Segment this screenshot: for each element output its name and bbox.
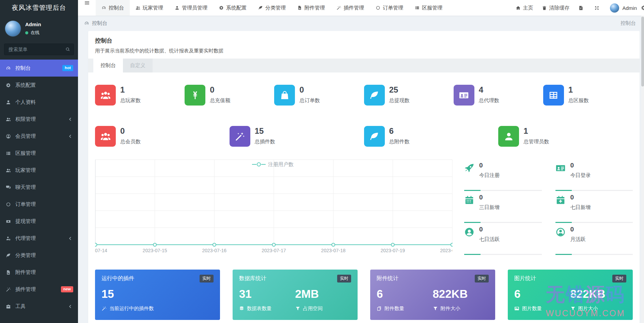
svg-text:07-14: 07-14 xyxy=(95,248,107,253)
sidebar-item[interactable]: 工具 xyxy=(0,298,78,315)
sidebar-item-label: 代理管理 xyxy=(15,235,36,242)
sidebar-item[interactable]: 代理管理 xyxy=(0,230,78,247)
user-icon xyxy=(498,126,519,147)
breadcrumb-current[interactable]: 控制台 xyxy=(92,20,107,27)
sidebar-item[interactable]: 控制台 hot xyxy=(0,60,78,77)
card-metric: 31 数据表数量 xyxy=(239,287,295,312)
sidebar-item-label: 区服管理 xyxy=(15,150,36,157)
gear-icon[interactable] xyxy=(641,5,644,11)
dashboard-panel: 控制台 用于展示当前系统中的统计数据、统计报表及重要实时数据 控制台自定义 1 … xyxy=(88,31,640,323)
main-area: 控制台 玩家管理 管理员管理 系统配置 分类管理 附件管理 xyxy=(78,0,644,323)
topbar-action[interactable]: 清除缓存 xyxy=(537,0,574,16)
metric-value: 2MB xyxy=(295,287,351,301)
search-icon[interactable] xyxy=(65,47,70,52)
stat-item: 15 总插件数 xyxy=(230,126,364,147)
gauge-icon xyxy=(84,21,89,26)
id-card-icon xyxy=(555,163,566,173)
topnav-tab[interactable]: 订单管理 xyxy=(370,0,409,16)
gear-icon xyxy=(5,83,12,88)
sidebar-item-label: 系统配置 xyxy=(15,82,36,88)
card-metrics: 6 图片数量 822KB 图片大小 xyxy=(514,287,626,312)
summary-card: 运行中的插件 实时 15 当前运行中的插件数 xyxy=(95,270,220,320)
topnav-tab[interactable]: 玩家管理 xyxy=(130,0,169,16)
sidebar-item[interactable]: 系统配置 xyxy=(0,77,78,94)
stat-label: 总插件数 xyxy=(255,139,275,145)
sidebar-item[interactable]: 附件管理 xyxy=(0,264,78,281)
sidebar-item-label: 控制台 xyxy=(15,65,31,71)
metric-value: 822KB xyxy=(570,287,627,301)
user-circle-icon xyxy=(464,227,474,237)
topnav-tab[interactable]: 系统配置 xyxy=(213,0,252,16)
sidebar-item[interactable]: 区服管理 xyxy=(0,145,78,162)
card-title: 数据库统计 xyxy=(239,275,266,282)
trash-icon xyxy=(542,5,547,11)
stat-label: 总玩家数 xyxy=(120,97,141,104)
topbar-action[interactable] xyxy=(574,0,590,16)
topbar-action[interactable]: 主页 xyxy=(511,0,537,16)
sidebar-item[interactable]: 分类管理 xyxy=(0,247,78,264)
users-icon xyxy=(5,168,12,173)
topbar-action[interactable] xyxy=(590,0,606,16)
comments-icon xyxy=(5,185,12,190)
wand-icon xyxy=(230,126,250,147)
page-subtitle: 用于展示当前系统中的统计数据、统计报表及重要实时数据 xyxy=(95,48,633,54)
card-metrics: 15 当前运行中的插件数 xyxy=(101,287,214,312)
search-input[interactable] xyxy=(4,44,74,55)
topnav-tab[interactable]: 附件管理 xyxy=(292,0,331,16)
sidebar-item[interactable]: 权限管理 xyxy=(0,111,78,128)
chevron-left-icon xyxy=(66,134,73,139)
th-list-icon xyxy=(415,5,420,10)
stat-label: 总附件数 xyxy=(389,139,410,145)
gear-icon xyxy=(219,5,224,10)
menu-search xyxy=(4,44,74,55)
user-panel: Admin 在线 xyxy=(0,16,78,41)
online-dot xyxy=(25,31,28,34)
mini-stat: 0 月活跃 xyxy=(555,223,633,255)
sidebar-item[interactable]: 订单管理 xyxy=(0,196,78,213)
mini-value: 0 xyxy=(479,194,500,201)
stat-value: 4 xyxy=(479,86,499,94)
stat-item: 0 总会员数 xyxy=(95,126,230,147)
summary-card: 数据库统计 实时 31 数据表数量 xyxy=(233,270,358,320)
metric-label: 附件大小 xyxy=(441,305,460,312)
topnav-tab[interactable]: 插件管理 xyxy=(331,0,370,16)
topnav-tab[interactable]: 管理员管理 xyxy=(169,0,213,16)
topnav-tab[interactable]: 区服管理 xyxy=(409,0,448,16)
realtime-badge: 实时 xyxy=(200,275,214,282)
sidebar-item-label: 玩家管理 xyxy=(15,167,36,174)
stat-label: 总代理数 xyxy=(479,97,499,104)
card-metric: 6 图片数量 xyxy=(514,287,570,312)
tab-label: 玩家管理 xyxy=(143,5,163,11)
panel-tab[interactable]: 自定义 xyxy=(123,59,153,72)
mini-label: 今日注册 xyxy=(479,172,500,179)
wand-icon xyxy=(336,5,341,10)
stats-row-1: 1 总玩家数 0 总充值额 0 总订单数 xyxy=(95,85,633,106)
menu-toggle-button[interactable] xyxy=(78,0,96,6)
id-card-icon xyxy=(454,85,474,106)
scrollbar[interactable] xyxy=(641,16,644,323)
calendar-plus-icon xyxy=(555,195,566,205)
scrollbar-thumb[interactable] xyxy=(641,17,644,86)
topnav-tab[interactable]: 控制台 xyxy=(96,0,130,16)
user-menu[interactable]: Admin xyxy=(606,3,641,13)
tab-label: 控制台 xyxy=(109,5,124,11)
sidebar-item[interactable]: 聊天管理 xyxy=(0,179,78,196)
stats-row-2: 0 总会员数 15 总插件数 6 总附件数 xyxy=(95,126,633,147)
sidebar-item[interactable]: 插件管理 new xyxy=(0,281,78,298)
topbar-actions: 主页 清除缓存 xyxy=(511,0,606,16)
stat-value: 6 xyxy=(389,127,410,135)
user-avatar[interactable] xyxy=(5,20,21,37)
mini-value: 0 xyxy=(570,226,586,233)
table-icon xyxy=(543,85,564,106)
sidebar-item[interactable]: 玩家管理 xyxy=(0,162,78,179)
mini-label: 月活跃 xyxy=(570,236,586,243)
sidebar-item[interactable]: 会员管理 xyxy=(0,128,78,145)
topnav-tab[interactable]: 分类管理 xyxy=(252,0,292,16)
panel-tab[interactable]: 控制台 xyxy=(93,59,123,72)
mini-label: 三日新增 xyxy=(479,204,500,211)
gauge-icon xyxy=(5,66,12,71)
sidebar-item[interactable]: 提现管理 xyxy=(0,213,78,230)
chevron-left-icon xyxy=(66,236,73,241)
stat-value: 0 xyxy=(120,127,141,135)
sidebar-item[interactable]: 个人资料 xyxy=(0,94,78,111)
